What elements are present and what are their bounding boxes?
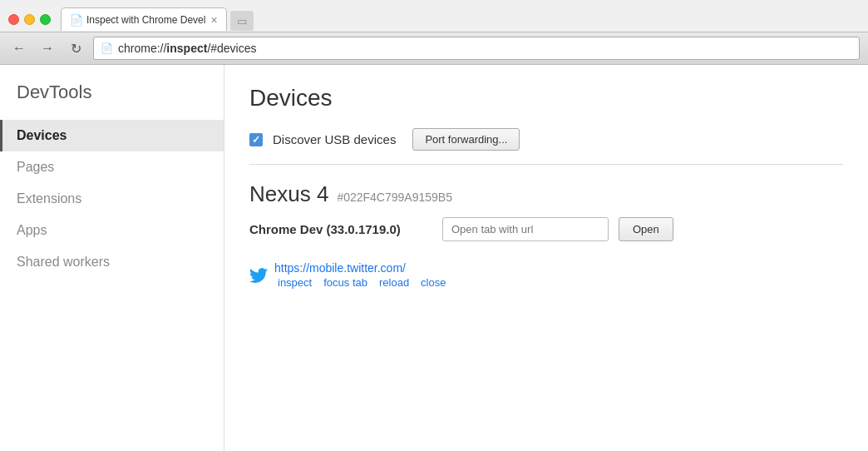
address-text: chrome://inspect/#devices <box>118 42 257 55</box>
new-tab-icon: ▭ <box>237 15 247 27</box>
twitter-icon <box>249 266 268 285</box>
sidebar-item-apps[interactable]: Apps <box>0 215 224 246</box>
browser-row: Chrome Dev (33.0.1719.0) Open <box>249 217 843 241</box>
sidebar-item-pages[interactable]: Pages <box>0 151 224 183</box>
tab-url-text: https://mobile.twitter.com/ <box>274 261 406 275</box>
open-tab-button[interactable]: Open <box>619 217 673 241</box>
tab-title: Inspect with Chrome Devel <box>86 14 205 26</box>
port-forwarding-button[interactable]: Port forwarding... <box>412 128 520 151</box>
address-bold: inspect <box>166 42 207 55</box>
reload-button[interactable]: ↻ <box>65 37 86 59</box>
inspect-link[interactable]: inspect <box>278 276 312 289</box>
device-id: #022F4C799A9159B5 <box>337 191 452 204</box>
sidebar-title: DevTools <box>0 82 224 120</box>
sidebar-item-extensions[interactable]: Extensions <box>0 183 224 215</box>
close-button[interactable] <box>8 14 19 25</box>
tab-url: https://mobile.twitter.com/ <box>274 261 446 275</box>
tab-bar: 📄 Inspect with Chrome Devel × ▭ <box>61 7 860 31</box>
minimize-button[interactable] <box>24 14 35 25</box>
forward-button[interactable]: → <box>37 37 58 59</box>
tab-favicon-icon: 📄 <box>70 14 81 26</box>
main-layout: DevTools Devices Pages Extensions Apps S… <box>0 65 868 451</box>
device-name-row: Nexus 4 #022F4C799A9159B5 <box>249 181 843 207</box>
tab-close-icon[interactable]: × <box>210 13 217 27</box>
content-area: Devices Discover USB devices Port forwar… <box>224 65 868 451</box>
tab-row: https://mobile.twitter.com/ inspect focu… <box>249 255 843 295</box>
title-bar: 📄 Inspect with Chrome Devel × ▭ <box>0 0 868 32</box>
tab-actions: inspect focus tab reload close <box>278 276 446 289</box>
nav-bar: ← → ↻ 📄 chrome://inspect/#devices <box>0 32 868 65</box>
focus-tab-link[interactable]: focus tab <box>323 276 367 289</box>
address-bar[interactable]: 📄 chrome://inspect/#devices <box>93 37 860 60</box>
device-name: Nexus 4 <box>249 181 328 207</box>
back-icon: ← <box>12 41 26 56</box>
tab-info: https://mobile.twitter.com/ inspect focu… <box>274 261 446 289</box>
forward-icon: → <box>41 41 54 56</box>
sidebar-item-devices[interactable]: Devices <box>0 120 224 151</box>
new-tab-button[interactable]: ▭ <box>230 11 254 31</box>
active-tab[interactable]: 📄 Inspect with Chrome Devel × <box>61 7 227 31</box>
sidebar: DevTools Devices Pages Extensions Apps S… <box>0 65 224 451</box>
maximize-button[interactable] <box>40 14 51 25</box>
reload-icon: ↻ <box>71 41 81 57</box>
discover-usb-row: Discover USB devices Port forwarding... <box>249 128 843 165</box>
browser-name: Chrome Dev (33.0.1719.0) <box>249 222 432 236</box>
open-tab-url-input[interactable] <box>442 217 609 241</box>
reload-link[interactable]: reload <box>379 276 409 289</box>
traffic-lights <box>8 14 51 25</box>
back-button[interactable]: ← <box>8 37 30 59</box>
browser-chrome: 📄 Inspect with Chrome Devel × ▭ ← → ↻ 📄 … <box>0 0 868 65</box>
discover-usb-checkbox[interactable] <box>249 133 263 146</box>
device-section: Nexus 4 #022F4C799A9159B5 Chrome Dev (33… <box>249 181 843 295</box>
sidebar-item-shared-workers[interactable]: Shared workers <box>0 246 224 278</box>
page-icon: 📄 <box>101 42 113 54</box>
page-title: Devices <box>249 85 843 112</box>
discover-usb-label: Discover USB devices <box>273 132 396 146</box>
close-link[interactable]: close <box>421 276 446 289</box>
